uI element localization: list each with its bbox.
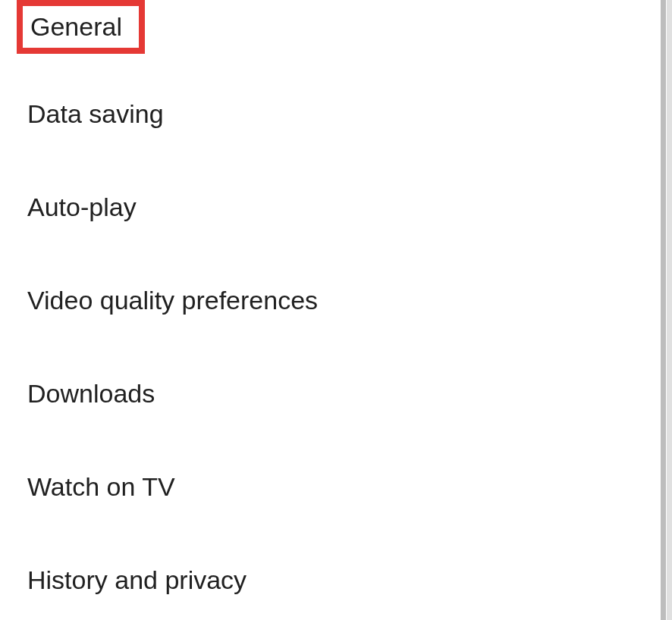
settings-list: General Data saving Auto-play Video qual… bbox=[0, 0, 672, 620]
settings-item-history-privacy[interactable]: History and privacy bbox=[0, 534, 672, 620]
settings-item-auto-play[interactable]: Auto-play bbox=[0, 161, 672, 254]
settings-item-downloads[interactable]: Downloads bbox=[0, 347, 672, 440]
settings-item-general[interactable]: General bbox=[17, 0, 672, 54]
settings-item-label: Watch on TV bbox=[27, 472, 175, 502]
settings-item-watch-on-tv[interactable]: Watch on TV bbox=[0, 440, 672, 534]
settings-item-video-quality[interactable]: Video quality preferences bbox=[0, 254, 672, 347]
highlight-box: General bbox=[17, 0, 145, 54]
settings-item-data-saving[interactable]: Data saving bbox=[0, 54, 672, 161]
settings-item-label: General bbox=[30, 12, 122, 41]
settings-item-label: Data saving bbox=[27, 99, 164, 129]
settings-item-label: History and privacy bbox=[27, 565, 247, 595]
settings-item-label: Video quality preferences bbox=[27, 286, 318, 315]
scrollbar[interactable] bbox=[661, 0, 666, 620]
settings-item-label: Auto-play bbox=[27, 193, 137, 222]
settings-item-label: Downloads bbox=[27, 379, 155, 409]
